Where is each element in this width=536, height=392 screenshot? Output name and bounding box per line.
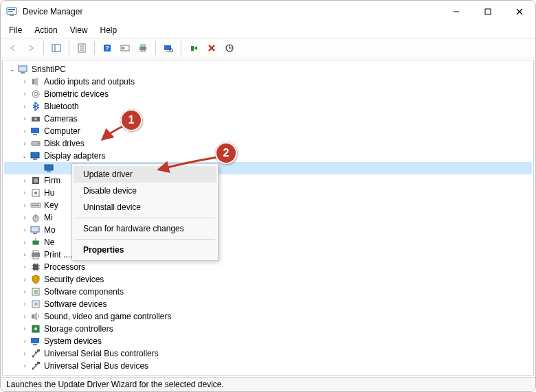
tree-item-label: Universal Serial Bus devices xyxy=(44,360,148,372)
device-tree[interactable]: ⌄ SrishtiPC › Audio inputs and outputs ›… xyxy=(2,60,534,376)
chevron-right-icon[interactable]: › xyxy=(21,288,29,296)
chevron-right-icon[interactable]: › xyxy=(21,275,29,284)
chevron-right-icon[interactable]: › xyxy=(21,300,29,308)
update-driver-button[interactable] xyxy=(221,41,238,56)
chevron-right-icon[interactable]: › xyxy=(21,312,29,321)
root-node[interactable]: ⌄ SrishtiPC xyxy=(4,63,532,76)
tree-item-usb-controllers[interactable]: › Universal Serial Bus controllers xyxy=(4,347,532,360)
tree-item-label: Storage controllers xyxy=(44,323,113,335)
tree-item-system-devices[interactable]: › System devices xyxy=(4,335,532,347)
chevron-right-icon[interactable]: › xyxy=(21,127,29,135)
maximize-button[interactable] xyxy=(472,1,504,23)
menu-help[interactable]: Help xyxy=(95,24,123,36)
chevron-right-icon[interactable]: › xyxy=(21,78,29,86)
tree-item-usb-devices[interactable]: › Universal Serial Bus devices xyxy=(4,360,532,372)
ctx-update-driver[interactable]: Update driver xyxy=(74,166,216,183)
svg-rect-20 xyxy=(141,50,145,51)
chevron-right-icon[interactable]: › xyxy=(21,325,29,333)
svg-rect-43 xyxy=(47,171,51,172)
network-icon xyxy=(30,237,41,248)
audio-icon xyxy=(30,76,41,87)
svg-rect-58 xyxy=(32,253,40,257)
ctx-properties[interactable]: Properties xyxy=(74,242,216,258)
tree-item-label: Universal Serial Bus controllers xyxy=(44,347,159,360)
chevron-right-icon[interactable]: › xyxy=(21,349,29,358)
tree-item-software-components[interactable]: › Software components xyxy=(4,286,532,298)
tree-item-label: Disk drives xyxy=(44,137,85,150)
toolbar: ? xyxy=(1,38,535,58)
menu-file[interactable]: File xyxy=(3,24,27,36)
printer-icon xyxy=(30,249,41,260)
disable-device-button[interactable] xyxy=(203,41,220,56)
properties-button[interactable] xyxy=(74,41,90,56)
tree-item-label: Hu xyxy=(44,187,54,199)
tree-item-storage[interactable]: › Storage controllers xyxy=(4,323,532,335)
tree-item-disk-drives[interactable]: › Disk drives xyxy=(4,137,532,150)
tree-item-cameras[interactable]: › Cameras xyxy=(4,113,532,125)
svg-rect-85 xyxy=(37,362,40,364)
tree-item-security-devices[interactable]: › Security devices xyxy=(4,273,532,286)
svg-point-82 xyxy=(35,351,36,353)
action-center-button[interactable] xyxy=(117,41,133,56)
svg-rect-16 xyxy=(121,45,129,51)
context-menu: Update driver Disable device Uninstall d… xyxy=(71,163,219,261)
tree-item-software-devices[interactable]: › Software devices xyxy=(4,298,532,310)
keyboard-icon xyxy=(30,200,41,211)
chevron-right-icon[interactable]: › xyxy=(21,238,29,246)
tree-item-processors[interactable]: › Processors xyxy=(4,261,532,273)
chevron-down-icon[interactable]: ⌄ xyxy=(21,152,29,160)
shield-icon xyxy=(30,274,41,285)
biometric-icon xyxy=(30,89,41,100)
enable-device-button[interactable] xyxy=(186,41,202,56)
chevron-right-icon[interactable]: › xyxy=(21,189,29,197)
tree-item-computer[interactable]: › Computer xyxy=(4,125,532,137)
tree-item-bluetooth[interactable]: › Bluetooth xyxy=(4,100,532,113)
svg-rect-60 xyxy=(33,257,38,259)
ctx-separator xyxy=(75,239,215,240)
svg-point-35 xyxy=(34,118,37,121)
tree-item-label: Bluetooth xyxy=(44,100,79,113)
tree-item-label: Audio inputs and outputs xyxy=(44,76,135,88)
chevron-right-icon[interactable]: › xyxy=(21,176,29,185)
tree-item-display-adapters[interactable]: ⌄ Display adapters xyxy=(4,150,532,162)
minimize-button[interactable] xyxy=(440,1,472,23)
tree-item-sound[interactable]: › Sound, video and game controllers xyxy=(4,310,532,323)
print-button[interactable] xyxy=(135,41,151,56)
scan-hardware-button[interactable] xyxy=(160,41,177,56)
menu-action[interactable]: Action xyxy=(29,24,63,36)
ctx-disable-device[interactable]: Disable device xyxy=(74,183,216,199)
chevron-right-icon[interactable]: › xyxy=(21,362,29,370)
window-title: Device Manager xyxy=(23,7,440,16)
help-button[interactable]: ? xyxy=(99,41,115,56)
chevron-right-icon[interactable]: › xyxy=(21,139,29,148)
ctx-scan-hardware[interactable]: Scan for hardware changes xyxy=(74,220,216,237)
chevron-right-icon[interactable]: › xyxy=(21,263,29,271)
tree-item-biometric[interactable]: › Biometric devices xyxy=(4,88,532,100)
show-hide-tree-button[interactable] xyxy=(48,41,65,56)
forward-button[interactable] xyxy=(23,41,39,56)
chevron-down-icon[interactable]: ⌄ xyxy=(8,65,16,73)
tree-item-label: Biometric devices xyxy=(44,88,109,100)
monitor-icon xyxy=(30,224,41,235)
menu-view[interactable]: View xyxy=(65,24,93,36)
svg-rect-17 xyxy=(122,47,124,49)
ctx-uninstall-device[interactable]: Uninstall device xyxy=(74,199,216,216)
tree-item-label: Sound, video and game controllers xyxy=(44,310,171,323)
chevron-right-icon[interactable]: › xyxy=(21,115,29,123)
chevron-right-icon[interactable]: › xyxy=(21,251,29,259)
chevron-right-icon[interactable]: › xyxy=(21,226,29,234)
chevron-right-icon[interactable]: › xyxy=(21,201,29,209)
chevron-right-icon[interactable]: › xyxy=(21,337,29,345)
tree-item-audio[interactable]: › Audio inputs and outputs xyxy=(4,76,532,88)
close-button[interactable] xyxy=(504,1,535,23)
tree-item-label: Software devices xyxy=(44,298,107,310)
chevron-right-icon[interactable]: › xyxy=(21,102,29,111)
svg-rect-54 xyxy=(31,227,39,232)
svg-rect-3 xyxy=(10,14,14,16)
svg-rect-30 xyxy=(21,72,25,73)
svg-rect-36 xyxy=(31,128,39,133)
chevron-right-icon[interactable]: › xyxy=(21,90,29,98)
back-button[interactable] xyxy=(5,41,21,56)
svg-rect-45 xyxy=(34,178,38,183)
chevron-right-icon[interactable]: › xyxy=(21,214,29,222)
